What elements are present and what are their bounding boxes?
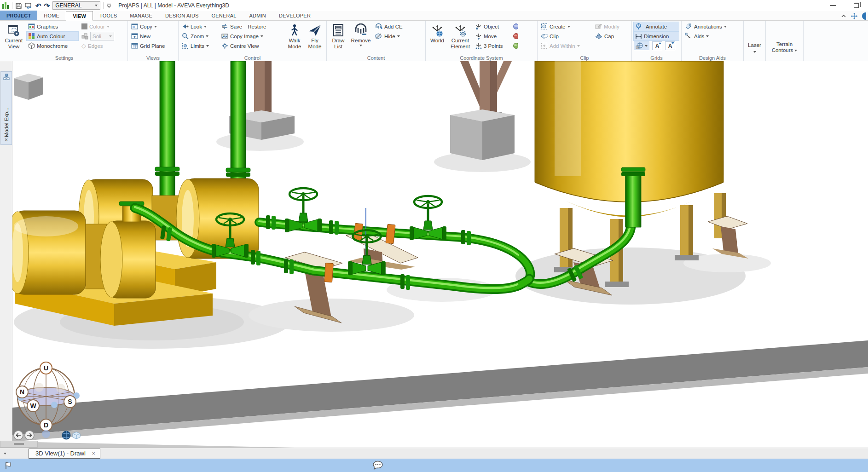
auto-colour-button[interactable]: Auto-Colour (26, 31, 79, 41)
sphere-blue-button[interactable] (511, 22, 520, 31)
compass-up[interactable]: U (44, 364, 48, 372)
laser-button[interactable]: Laser (745, 22, 764, 59)
save-icon[interactable] (15, 2, 22, 9)
world-coords-button[interactable]: World (427, 22, 447, 59)
add-ce-button[interactable]: Add CE (373, 22, 417, 31)
chevron-down-icon (204, 26, 207, 28)
app-logo-icon[interactable] (2, 2, 9, 9)
sphere-green-button[interactable] (511, 41, 520, 51)
flag-icon[interactable] (5, 461, 13, 470)
copy-view-button[interactable]: Copy (129, 22, 167, 31)
font-decrease-button[interactable]: A (665, 41, 675, 50)
clip-create-button[interactable]: Create (539, 22, 592, 31)
object-coords-icon (475, 23, 482, 30)
sphere-red-button[interactable] (511, 31, 520, 41)
add-ce-icon (375, 23, 382, 30)
message-bubble-icon[interactable] (372, 460, 384, 471)
chevron-down-icon (107, 26, 110, 28)
group-terrain: Terrain Contours (766, 21, 804, 61)
increase-icon (659, 42, 661, 44)
modify-icon (595, 23, 602, 30)
current-view-button[interactable]: Current View (2, 22, 25, 59)
compass-west[interactable]: W (30, 402, 36, 409)
hide-button[interactable]: Hide (373, 31, 417, 41)
redo-icon[interactable]: ↷ (44, 2, 50, 9)
zoom-button[interactable]: Zoom (180, 31, 219, 41)
tab-view[interactable]: VIEW (66, 11, 93, 21)
graphics-button[interactable]: Graphics (26, 22, 79, 31)
divider (103, 2, 104, 9)
edges-button[interactable]: ◇Edges (80, 41, 126, 51)
grid-plane-icon (131, 42, 138, 49)
chevron-down-icon (577, 45, 580, 47)
tab-project[interactable]: PROJECT (0, 11, 37, 20)
compass-north[interactable]: N (20, 388, 24, 396)
profile-select[interactable]: GENERAL (52, 1, 100, 10)
model-explorer-tab[interactable]: Model Exp... × (0, 71, 12, 145)
copy-image-button[interactable]: Copy Image (220, 31, 284, 41)
close-icon[interactable]: × (92, 450, 95, 457)
help-icon[interactable] (862, 12, 866, 20)
clip-cap-button[interactable]: Cap (593, 31, 629, 41)
font-increase-button[interactable]: A (652, 41, 662, 50)
terrain-contours-button[interactable]: Terrain Contours (767, 22, 802, 59)
compass-down[interactable]: D (44, 421, 48, 429)
minimize-button[interactable] (830, 5, 836, 6)
tab-home[interactable]: HOME (37, 11, 66, 20)
compass-south[interactable]: S (68, 398, 72, 405)
clip-modify-button[interactable]: Modify (593, 22, 629, 31)
concrete-pedestal[interactable] (14, 74, 43, 100)
tab-manage[interactable]: MANAGE (123, 11, 159, 20)
aids-button[interactable]: Aids (683, 31, 729, 41)
colour-button[interactable]: Colour (80, 22, 126, 31)
grid-plane-button[interactable]: Grid Plane (129, 41, 167, 51)
tab-developer[interactable]: DEVELOPER (272, 11, 317, 20)
centre-view-button[interactable]: Centre View (220, 41, 284, 51)
save-restore-buttons[interactable]: SaveRestore (220, 22, 284, 31)
grid-display-button[interactable] (634, 41, 649, 50)
collapse-ribbon-icon[interactable] (840, 13, 847, 19)
clip-button[interactable]: Clip (539, 31, 592, 41)
aids-icon (685, 33, 692, 40)
add-within-button[interactable]: Add Within (539, 41, 592, 51)
red-sphere-icon (513, 33, 518, 40)
group-label: Views (128, 55, 178, 61)
annotations-button[interactable]: Annotations (683, 22, 729, 31)
walk-mode-button[interactable]: Walk Mode (285, 22, 304, 59)
view-tab-active[interactable]: 3D View(1) - Drawl × (29, 449, 100, 459)
three-points-coords-button[interactable]: 3 Points (473, 41, 510, 51)
solid-representation-button[interactable]: Soli (80, 31, 126, 41)
monochrome-button[interactable]: Monochrome (26, 41, 79, 51)
tab-general[interactable]: GENERAL (205, 11, 243, 20)
look-button[interactable]: Look (180, 22, 219, 31)
chevron-down-icon (753, 51, 756, 53)
session-icon[interactable] (25, 2, 33, 9)
object-coords-button[interactable]: Object (473, 22, 510, 31)
draw-list-button[interactable]: Draw List (328, 22, 348, 59)
restore-button[interactable] (854, 3, 859, 8)
view-tab-bar: 3D View(1) - Drawl × (0, 448, 868, 459)
tab-tools[interactable]: TOOLS (93, 11, 123, 20)
zoom-icon (182, 33, 189, 40)
current-element-coords-button[interactable]: Current Element (448, 22, 472, 59)
orbit-dot[interactable] (42, 430, 50, 438)
tab-admin[interactable]: ADMIN (243, 11, 272, 20)
limits-button[interactable]: Limits (180, 41, 219, 51)
3d-viewport[interactable]: U N W S D (12, 61, 868, 448)
cube-view-button[interactable] (73, 432, 80, 439)
remove-from-drawlist-button[interactable]: Remove (349, 22, 372, 59)
grid-dimension-button[interactable]: Dimension (633, 31, 679, 41)
pump-front[interactable] (12, 201, 156, 298)
close-icon[interactable]: × (5, 137, 8, 143)
move-icon[interactable] (851, 12, 858, 20)
tab-design-aids[interactable]: DESIGN AIDS (159, 11, 205, 20)
new-view-button[interactable]: New (129, 31, 167, 41)
move-coords-button[interactable]: Move (473, 31, 510, 41)
grid-display-row: A A (633, 41, 679, 51)
tab-list-dropdown-icon[interactable] (4, 453, 6, 455)
grid-annotate-button[interactable]: Annotate (633, 22, 679, 31)
customize-toolbar-icon[interactable] (106, 3, 112, 8)
collapsed-panel-handle[interactable] (0, 441, 38, 448)
undo-icon[interactable]: ↶ (35, 2, 41, 9)
fly-mode-button[interactable]: Fly Mode (305, 22, 324, 59)
